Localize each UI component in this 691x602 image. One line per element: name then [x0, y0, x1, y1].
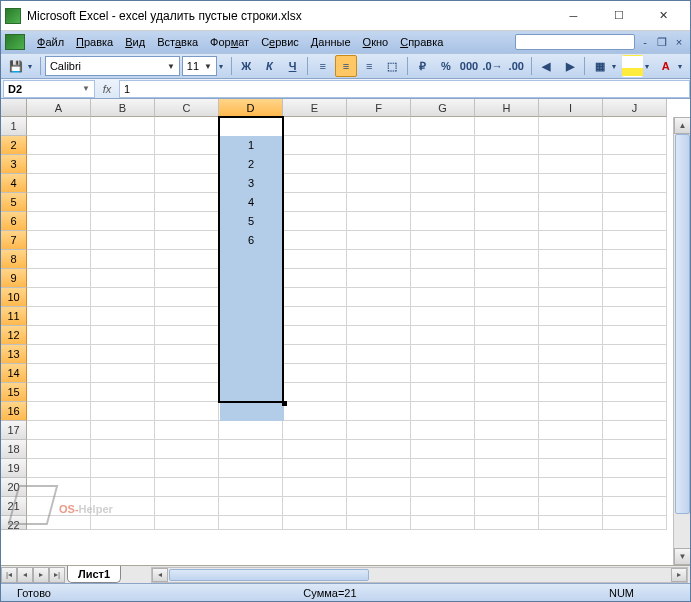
comma-style-button[interactable]: 000 [458, 55, 479, 77]
decrease-indent-button[interactable]: ◀ [536, 55, 557, 77]
cell[interactable] [411, 155, 475, 174]
row-header[interactable]: 11 [1, 307, 27, 326]
formula-bar[interactable]: 1 [119, 80, 690, 98]
cell[interactable] [27, 459, 91, 478]
cell[interactable] [475, 440, 539, 459]
cell[interactable] [475, 231, 539, 250]
row-header[interactable]: 2 [1, 136, 27, 155]
cell[interactable] [283, 174, 347, 193]
tab-next-button[interactable]: ▸ [33, 567, 49, 583]
cell[interactable] [219, 516, 283, 530]
cell[interactable] [347, 174, 411, 193]
borders-dropdown[interactable]: ▾ [612, 62, 620, 71]
cell[interactable] [539, 326, 603, 345]
cell[interactable] [539, 250, 603, 269]
row-header[interactable]: 15 [1, 383, 27, 402]
align-right-button[interactable]: ≡ [359, 55, 380, 77]
cell[interactable] [411, 345, 475, 364]
menu-data[interactable]: Данные [305, 34, 357, 50]
cell[interactable] [91, 478, 155, 497]
horizontal-scrollbar[interactable]: ◂ ▸ [151, 567, 688, 583]
cell[interactable] [539, 421, 603, 440]
cell[interactable] [475, 364, 539, 383]
cell[interactable] [27, 288, 91, 307]
cell[interactable] [347, 212, 411, 231]
cell[interactable] [411, 364, 475, 383]
cell[interactable] [475, 516, 539, 530]
cell[interactable] [91, 440, 155, 459]
cell[interactable] [475, 402, 539, 421]
cell[interactable] [27, 478, 91, 497]
column-header[interactable]: I [539, 99, 603, 117]
cell[interactable] [539, 497, 603, 516]
scroll-right-button[interactable]: ▸ [671, 568, 687, 582]
percent-button[interactable]: % [435, 55, 456, 77]
cell[interactable] [411, 440, 475, 459]
doc-minimize-button[interactable]: - [638, 35, 652, 49]
column-header[interactable]: C [155, 99, 219, 117]
scroll-up-button[interactable]: ▲ [674, 117, 691, 134]
cell[interactable] [91, 326, 155, 345]
cell[interactable] [411, 231, 475, 250]
row-header[interactable]: 6 [1, 212, 27, 231]
cell[interactable] [91, 193, 155, 212]
cell[interactable] [347, 155, 411, 174]
cell[interactable] [347, 516, 411, 530]
cell[interactable] [603, 440, 667, 459]
cell[interactable] [27, 383, 91, 402]
row-header[interactable]: 22 [1, 516, 27, 530]
row-header[interactable]: 21 [1, 497, 27, 516]
cell[interactable] [155, 212, 219, 231]
cell[interactable] [27, 497, 91, 516]
cell[interactable] [27, 307, 91, 326]
cell[interactable] [155, 402, 219, 421]
cell[interactable] [283, 326, 347, 345]
cell[interactable] [603, 250, 667, 269]
increase-indent-button[interactable]: ▶ [559, 55, 580, 77]
cell[interactable] [603, 345, 667, 364]
cell[interactable] [283, 288, 347, 307]
cell[interactable] [91, 117, 155, 136]
cell[interactable] [475, 345, 539, 364]
cell[interactable] [539, 269, 603, 288]
cell[interactable] [411, 459, 475, 478]
cell[interactable] [475, 174, 539, 193]
menu-tools[interactable]: Сервис [255, 34, 305, 50]
tab-first-button[interactable]: |◂ [1, 567, 17, 583]
cell[interactable] [411, 288, 475, 307]
cell[interactable] [283, 440, 347, 459]
cell[interactable] [283, 193, 347, 212]
cell[interactable] [475, 497, 539, 516]
cell[interactable] [283, 364, 347, 383]
italic-button[interactable]: К [259, 55, 280, 77]
cell[interactable] [219, 478, 283, 497]
cell[interactable] [539, 364, 603, 383]
fill-handle[interactable] [282, 401, 287, 406]
font-name-select[interactable]: Calibri ▼ [45, 56, 180, 76]
cell[interactable] [27, 345, 91, 364]
cell[interactable] [475, 212, 539, 231]
row-header[interactable]: 8 [1, 250, 27, 269]
sheet-tab-active[interactable]: Лист1 [67, 566, 121, 583]
vertical-scrollbar[interactable]: ▲ ▼ [673, 117, 690, 565]
cell[interactable] [603, 326, 667, 345]
cell[interactable] [27, 117, 91, 136]
bold-button[interactable]: Ж [236, 55, 257, 77]
cell[interactable] [155, 421, 219, 440]
cell[interactable] [411, 269, 475, 288]
row-header[interactable]: 1 [1, 117, 27, 136]
cell[interactable] [539, 345, 603, 364]
row-header[interactable]: 12 [1, 326, 27, 345]
cell[interactable] [283, 136, 347, 155]
cell[interactable] [283, 383, 347, 402]
cell[interactable] [91, 174, 155, 193]
cell[interactable] [347, 288, 411, 307]
cell[interactable] [91, 383, 155, 402]
cell[interactable] [603, 307, 667, 326]
font-size-select[interactable]: 11 ▼ [182, 56, 217, 76]
cell[interactable] [27, 155, 91, 174]
row-header[interactable]: 19 [1, 459, 27, 478]
cell[interactable] [27, 326, 91, 345]
maximize-button[interactable]: ☐ [596, 2, 641, 30]
cell[interactable] [539, 307, 603, 326]
